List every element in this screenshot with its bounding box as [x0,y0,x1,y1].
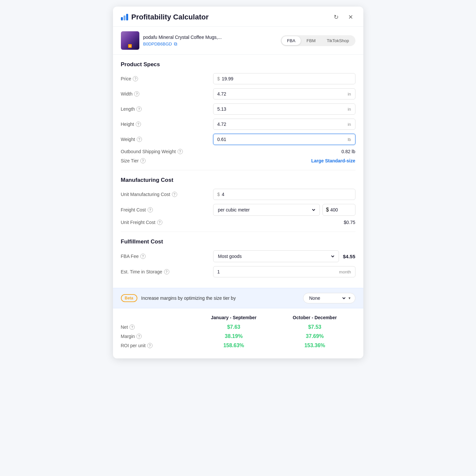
width-label: Width ? [121,91,213,97]
net-row: Net ? $7.63 $7.53 [121,324,355,330]
freight-row: Freight Cost ? per cubic meter per kg pe… [121,204,355,216]
price-help-icon[interactable]: ? [133,76,138,81]
tab-tiktok[interactable]: TikTokShop [322,36,354,45]
freight-label: Freight Cost ? [121,207,213,212]
close-button[interactable]: ✕ [346,13,355,22]
unit-cost-label: Unit Manufacturing Cost ? [121,192,213,197]
refresh-icon: ↻ [334,14,339,21]
net-help-icon[interactable]: ? [129,324,135,330]
product-id-row: B0DPDB6BGD ⧉ [143,41,222,47]
copy-icon[interactable]: ⧉ [174,41,177,47]
fba-fee-value: $4.55 [343,254,355,259]
outbound-value: 0.82 lb [213,149,355,154]
storage-input[interactable] [217,269,339,274]
net-value-p1: $7.63 [193,324,274,330]
weight-unit: lb [348,137,351,142]
unit-freight-row: Unit Freight Cost ? $0.75 [121,220,355,225]
optimization-chevron-icon: ▾ [349,296,350,300]
width-help-icon[interactable]: ? [134,91,139,97]
product-specs-section: Product Specs Price ? $ Width ? [121,61,355,163]
fulfillment-tabs: FBA FBM TikTokShop [281,35,355,46]
weight-input-box: lb [213,134,355,145]
fba-fee-select-box: Most goods Oversized Apparel [213,250,339,262]
price-input-box: $ [213,73,355,84]
height-help-icon[interactable]: ? [136,122,141,127]
app-title: Profitability Calculator [131,13,209,21]
unit-cost-input[interactable] [222,192,351,197]
freight-help-icon[interactable]: ? [148,207,153,212]
unit-freight-value: $0.75 [213,220,355,225]
results-period2: October - December [274,315,355,320]
length-label: Length ? [121,106,213,112]
storage-label: Est. Time in Storage ? [121,269,213,274]
optimization-select-box: None Small Standard Large Standard ▾ [303,293,355,303]
outbound-help-icon[interactable]: ? [178,149,183,154]
fba-fee-label: FBA Fee ? [121,254,213,259]
height-input[interactable] [217,122,346,127]
height-row: Height ? in [121,119,355,130]
net-label: Net ? [121,324,193,330]
roi-value-p2: 153.36% [274,343,355,349]
size-tier-label: Size Tier ? [121,158,213,163]
length-field-value: in [213,103,355,115]
price-input[interactable] [222,76,351,81]
title-actions: ↻ ✕ [332,13,355,22]
fba-fee-select[interactable]: Most goods Oversized Apparel [217,253,335,259]
freight-currency-sign: $ [326,207,329,213]
storage-help-icon[interactable]: ? [164,269,169,274]
freight-select-box: per cubic meter per kg per unit [213,204,320,216]
unit-cost-row: Unit Manufacturing Cost ? $ [121,189,355,200]
weight-input[interactable] [217,137,346,142]
unit-cost-help-icon[interactable]: ? [172,192,177,197]
length-unit: in [348,107,351,112]
results-period1: January - September [193,315,274,320]
fba-fee-row: FBA Fee ? Most goods Oversized Apparel $… [121,250,355,262]
margin-value-p2: 37.69% [274,333,355,339]
freight-amount-input[interactable] [330,207,350,212]
width-field-value: in [213,88,355,99]
storage-unit: month [339,269,351,274]
net-value-p2: $7.53 [274,324,355,330]
size-tier-help-icon[interactable]: ? [140,158,146,163]
margin-row: Margin ? 38.19% 37.69% [121,333,355,339]
tab-fbm[interactable]: FBM [301,36,321,45]
product-bar: a podafu Mineral Crystal Coffee Mugs,...… [113,27,363,55]
height-input-box: in [213,119,355,130]
weight-help-icon[interactable]: ? [137,137,142,142]
length-input[interactable] [217,106,346,112]
results-section: January - September October - December N… [113,308,363,358]
product-image: a [121,31,139,50]
unit-cost-currency-sign: $ [217,192,220,197]
price-row: Price ? $ [121,73,355,84]
fba-fee-field-value: Most goods Oversized Apparel $4.55 [213,250,355,262]
tab-fba[interactable]: FBA [282,36,300,45]
roi-help-icon[interactable]: ? [147,343,153,348]
height-label: Height ? [121,122,213,127]
roi-row: ROI per unit ? 158.63% 153.36% [121,343,355,349]
beta-description: Increase margins by optimizing the size … [141,295,299,301]
storage-input-box: month [213,266,355,277]
product-name: podafu Mineral Crystal Coffee Mugs,... [143,35,222,40]
refresh-button[interactable]: ↻ [332,13,341,22]
fba-fee-help-icon[interactable]: ? [140,254,146,259]
width-input[interactable] [217,91,346,97]
length-input-box: in [213,103,355,115]
margin-label: Margin ? [121,334,193,339]
unit-freight-help-icon[interactable]: ? [157,220,162,225]
freight-select[interactable]: per cubic meter per kg per unit [217,207,316,213]
width-unit: in [348,92,351,97]
length-help-icon[interactable]: ? [136,106,142,112]
chart-icon [121,14,128,20]
size-tier-row: Size Tier ? Large Standard-size [121,158,355,163]
roi-label: ROI per unit ? [121,343,193,348]
optimization-select[interactable]: None Small Standard Large Standard [308,295,347,301]
freight-field-value: per cubic meter per kg per unit $ [213,204,355,216]
beta-badge: Beta [121,294,137,302]
beta-banner: Beta Increase margins by optimizing the … [113,288,363,308]
margin-help-icon[interactable]: ? [136,334,142,339]
length-row: Length ? in [121,103,355,115]
roi-value-p1: 158.63% [193,343,274,349]
weight-row: Weight ? lb [121,134,355,145]
manufacturing-section: Manufacturing Cost Unit Manufacturing Co… [121,177,355,225]
width-input-box: in [213,88,355,99]
